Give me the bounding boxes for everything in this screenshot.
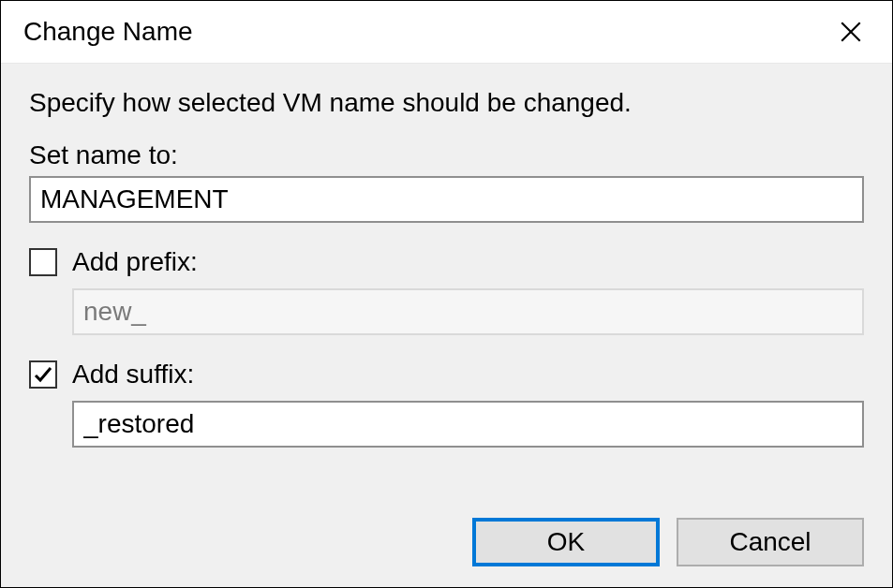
change-name-dialog: Change Name Specify how selected VM name… <box>0 0 893 588</box>
dialog-body: Specify how selected VM name should be c… <box>1 63 892 587</box>
set-name-label: Set name to: <box>29 140 864 170</box>
button-row: OK Cancel <box>29 499 864 566</box>
add-suffix-label: Add suffix: <box>72 360 194 390</box>
add-prefix-checkbox[interactable] <box>29 248 57 276</box>
prefix-input <box>72 288 864 335</box>
close-icon <box>839 20 863 44</box>
instruction-text: Specify how selected VM name should be c… <box>29 88 864 118</box>
window-title: Change Name <box>23 17 193 47</box>
add-suffix-checkbox[interactable] <box>29 360 57 389</box>
set-name-input[interactable] <box>29 176 864 223</box>
add-suffix-row: Add suffix: <box>29 360 864 390</box>
titlebar: Change Name <box>1 1 892 63</box>
add-prefix-label: Add prefix: <box>72 247 198 277</box>
suffix-input[interactable] <box>72 401 864 448</box>
close-button[interactable] <box>832 13 870 51</box>
cancel-button[interactable]: Cancel <box>677 518 864 566</box>
add-prefix-row: Add prefix: <box>29 247 864 277</box>
ok-button[interactable]: OK <box>472 518 660 566</box>
check-icon <box>32 363 54 386</box>
